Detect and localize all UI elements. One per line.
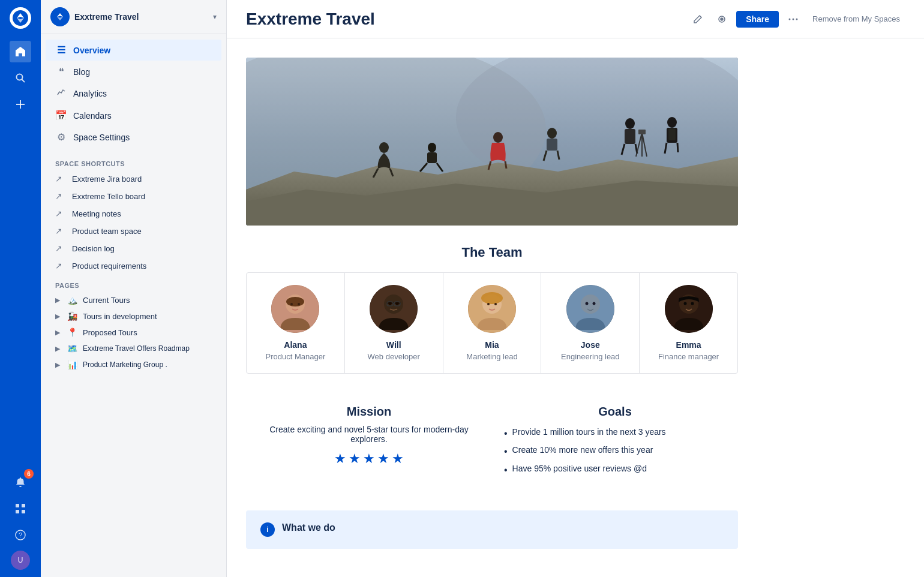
- svg-point-26: [625, 118, 635, 129]
- shortcut-meeting-notes[interactable]: ↗ Meeting notes: [46, 205, 221, 222]
- space-header[interactable]: Exxtreme Travel ▾: [41, 0, 226, 34]
- svg-point-1: [17, 74, 23, 80]
- home-icon-btn[interactable]: [10, 41, 31, 62]
- search-icon-btn[interactable]: [10, 67, 31, 89]
- svg-point-50: [481, 292, 503, 304]
- shortcuts-list: ↗ Exxtreme Jira board ↗ Exxtreme Tello b…: [41, 170, 226, 275]
- content-area: The Team Ala: [227, 38, 924, 577]
- remove-from-spaces-link[interactable]: Remove from My Spaces: [808, 11, 905, 27]
- svg-rect-25: [547, 139, 557, 151]
- avatar-mia: [468, 285, 516, 333]
- top-bar-actions: Share Remove from My Spaces: [688, 10, 905, 29]
- team-section: The Team Ala: [246, 245, 738, 374]
- svg-point-51: [487, 303, 490, 305]
- nav-space-settings[interactable]: ⚙ Space Settings: [46, 127, 221, 148]
- mission-text: Create exciting and novel 5-star tours f…: [258, 425, 480, 444]
- space-icon: [50, 7, 70, 26]
- hero-image: [246, 58, 738, 226]
- page-title: Exxtreme Travel: [246, 10, 681, 29]
- nav-blog[interactable]: ❝ Blog: [46, 61, 221, 82]
- mission-column: Mission Create exciting and novel 5-star…: [246, 393, 492, 491]
- star-3: ★: [363, 451, 375, 467]
- external-link-icon: ↗: [55, 174, 66, 184]
- svg-point-11: [54, 11, 66, 23]
- svg-point-21: [428, 143, 436, 152]
- star-5: ★: [392, 451, 404, 467]
- svg-text:?: ?: [19, 531, 22, 539]
- goals-title: Goals: [504, 405, 726, 419]
- member-role-emma: Finance manager: [658, 352, 719, 361]
- shortcuts-section-label: SPACE SHORTCUTS: [41, 153, 226, 170]
- svg-rect-6: [22, 504, 25, 507]
- team-title: The Team: [246, 245, 738, 260]
- svg-point-13: [721, 18, 723, 20]
- shortcut-product-req[interactable]: ↗ Product requirements: [46, 257, 221, 274]
- notifications-btn[interactable]: 6: [10, 471, 31, 493]
- page-tours-dev[interactable]: ▶ 🚂 Tours in development: [46, 308, 221, 324]
- analytics-icon: [55, 88, 67, 100]
- member-name-emma: Emma: [676, 340, 701, 350]
- goal-item-1: Provide 1 million tours in the next 3 ye…: [504, 425, 726, 443]
- calendar-icon: 📅: [55, 110, 67, 121]
- svg-point-15: [793, 18, 794, 20]
- share-button[interactable]: Share: [736, 11, 779, 28]
- member-name-will: Will: [386, 340, 401, 350]
- user-avatar[interactable]: U: [11, 551, 30, 570]
- svg-point-56: [592, 302, 595, 305]
- svg-point-23: [493, 132, 503, 143]
- mission-goals-section: Mission Create exciting and novel 5-star…: [246, 393, 738, 491]
- nav-overview[interactable]: ☰ Overview: [46, 40, 221, 61]
- page-roadmap[interactable]: ▶ 🗺️ Exxtreme Travel Offers Roadmap: [46, 341, 221, 356]
- info-icon: i: [260, 522, 275, 537]
- svg-rect-5: [16, 504, 19, 507]
- goal-item-2: Create 10% more new offers this year: [504, 443, 726, 461]
- app-logo[interactable]: [10, 7, 31, 29]
- main-content: Exxtreme Travel Share: [227, 0, 924, 577]
- star-4: ★: [377, 451, 389, 467]
- member-role-will: Web developer: [368, 352, 420, 361]
- page-marketing[interactable]: ▶ 📊 Product Marketing Group .: [46, 357, 221, 372]
- team-member-jose: Jose Engineering lead: [541, 273, 640, 373]
- shortcut-product-team[interactable]: ↗ Product team space: [46, 223, 221, 239]
- team-member-will: Will Web developer: [345, 273, 443, 373]
- svg-rect-4: [16, 104, 25, 105]
- star-rating: ★ ★ ★ ★ ★: [258, 451, 480, 467]
- space-chevron-icon: ▾: [213, 13, 217, 21]
- external-link-icon-2: ↗: [55, 191, 66, 201]
- shortcut-decision-log[interactable]: ↗ Decision log: [46, 240, 221, 257]
- shortcut-tello[interactable]: ↗ Exxtreme Tello board: [46, 188, 221, 205]
- svg-point-39: [298, 303, 300, 305]
- external-link-icon-5: ↗: [55, 244, 66, 253]
- svg-rect-34: [668, 128, 676, 140]
- svg-point-59: [683, 302, 686, 305]
- nav-calendars[interactable]: 📅 Calendars: [46, 105, 221, 126]
- space-sidebar: Exxtreme Travel ▾ ☰ Overview ❝ Blog Anal…: [41, 0, 227, 577]
- member-role-jose: Engineering lead: [561, 352, 620, 361]
- page-current-tours[interactable]: ▶ 🏔️ Current Tours: [46, 292, 221, 308]
- svg-point-37: [286, 297, 304, 306]
- svg-point-20: [379, 142, 389, 153]
- svg-point-14: [789, 18, 791, 20]
- goal-item-3: Have 95% positive user reviews @d: [504, 461, 726, 479]
- more-actions-btn[interactable]: [784, 10, 803, 29]
- what-we-do-section: i What we do: [246, 510, 738, 549]
- svg-rect-8: [22, 510, 25, 513]
- nav-analytics[interactable]: Analytics: [46, 83, 221, 104]
- svg-rect-22: [427, 152, 437, 163]
- svg-point-55: [585, 302, 588, 305]
- goals-column: Goals Provide 1 million tours in the nex…: [492, 393, 738, 491]
- pages-section-label: PAGES: [41, 275, 226, 291]
- edit-icon-btn[interactable]: [688, 10, 707, 29]
- svg-point-38: [290, 303, 293, 305]
- notification-count: 6: [24, 469, 34, 479]
- watch-icon-btn[interactable]: [712, 10, 731, 29]
- page-proposed-tours[interactable]: ▶ 📍 Proposed Tours: [46, 324, 221, 340]
- team-member-alana: Alana Product Manager: [247, 273, 345, 373]
- overview-icon: ☰: [55, 44, 67, 56]
- create-icon-btn[interactable]: [10, 94, 31, 115]
- apps-icon-btn[interactable]: [10, 498, 31, 519]
- help-icon-btn[interactable]: ?: [10, 524, 31, 546]
- space-title: Exxtreme Travel: [74, 12, 208, 22]
- shortcut-jira[interactable]: ↗ Exxtreme Jira board: [46, 170, 221, 187]
- chevron-icon: ▶: [55, 296, 62, 304]
